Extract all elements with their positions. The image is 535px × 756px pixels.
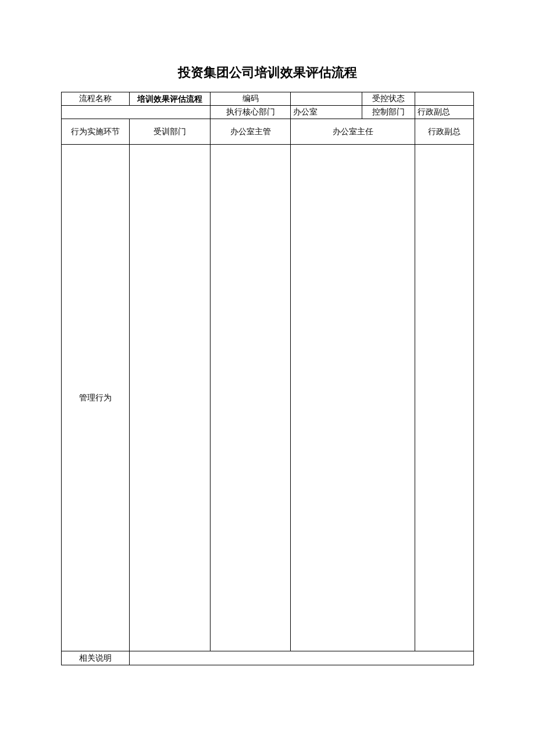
exec-core-dept-value: 办公室 bbox=[291, 106, 362, 119]
control-dept-value: 行政副总 bbox=[415, 106, 473, 119]
body-c1 bbox=[130, 145, 211, 651]
footer-value bbox=[130, 651, 474, 665]
code-value bbox=[291, 92, 362, 106]
footer-row: 相关说明 bbox=[62, 651, 474, 665]
process-table: 流程名称 培训效果评估流程 编码 受控状态 执行核心部门 办公室 控制部门 行政… bbox=[61, 92, 474, 665]
control-dept-label: 控制部门 bbox=[362, 106, 415, 119]
process-name-value: 培训效果评估流程 bbox=[130, 92, 211, 106]
footer-label: 相关说明 bbox=[62, 651, 130, 665]
body-row: 管理行为 bbox=[62, 145, 474, 651]
col-admin-vp: 行政副总 bbox=[415, 119, 473, 145]
col-label-row: 行为实施环节 bbox=[62, 119, 130, 145]
code-label: 编码 bbox=[210, 92, 291, 106]
exec-core-dept-label: 执行核心部门 bbox=[210, 106, 291, 119]
body-c2 bbox=[210, 145, 291, 651]
process-name-label: 流程名称 bbox=[62, 92, 130, 106]
document-title: 投资集团公司培训效果评估流程 bbox=[61, 64, 474, 81]
body-c3 bbox=[291, 145, 415, 651]
body-row-label: 管理行为 bbox=[62, 145, 130, 651]
control-status-label: 受控状态 bbox=[362, 92, 415, 106]
col-office-director: 办公室主任 bbox=[291, 119, 415, 145]
meta-row-1: 流程名称 培训效果评估流程 编码 受控状态 bbox=[62, 92, 474, 106]
meta-blank bbox=[62, 106, 211, 119]
col-trained-dept: 受训部门 bbox=[130, 119, 211, 145]
document-page: 投资集团公司培训效果评估流程 流程名称 培训效果评估流程 编码 受控状态 执行核… bbox=[0, 0, 535, 665]
body-c4 bbox=[415, 145, 473, 651]
meta-row-2: 执行核心部门 办公室 控制部门 行政副总 bbox=[62, 106, 474, 119]
column-header-row: 行为实施环节 受训部门 办公室主管 办公室主任 行政副总 bbox=[62, 119, 474, 145]
control-status-value bbox=[415, 92, 473, 106]
col-office-supervisor: 办公室主管 bbox=[210, 119, 291, 145]
